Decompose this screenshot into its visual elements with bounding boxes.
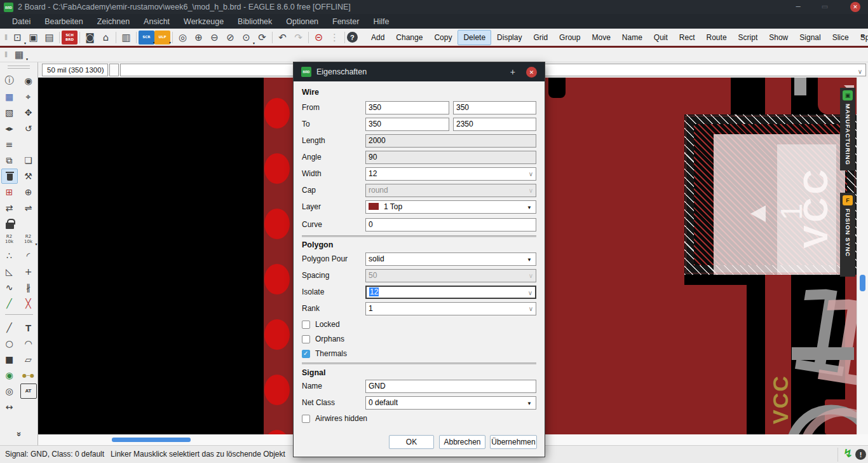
menu-zeichnen[interactable]: Zeichnen [90,15,137,28]
vertical-scrollbar-thumb[interactable] [860,275,865,291]
ulp-icon[interactable]: ULP▾ [154,31,170,45]
cmd-move[interactable]: Move [586,30,616,45]
from-y-field[interactable]: 350 [453,101,536,114]
menu-ansicht[interactable]: Ansicht [137,15,177,28]
zoom-page-icon[interactable]: ⊘ [222,31,238,45]
tab-manufacturing[interactable]: ▣ MANUFACTURING [840,88,855,170]
locked-checkbox[interactable] [302,321,310,329]
vertical-scrollbar[interactable] [857,78,868,434]
optimize-tool[interactable]: ∴ [1,248,18,263]
ok-button[interactable]: OK [389,435,434,449]
rank-combobox[interactable]: 1 ∨ [365,302,536,315]
zoom-in-icon[interactable]: ⊕ [191,31,207,45]
cancel-button[interactable]: Abbrechen [439,435,485,449]
maximize-button[interactable]: ▭ [818,0,831,13]
tab-fusion-sync[interactable]: F FUSION SYNC [840,193,855,277]
cmd-display[interactable]: Display [491,30,527,45]
miter-round-tool[interactable]: ◜ [20,248,37,263]
isolate-combobox[interactable]: 12 ∨ [365,286,536,299]
more-tools-button[interactable]: » [14,432,24,436]
script-scr-icon[interactable]: SCR▾ [139,31,154,45]
signal-name-field[interactable]: GND [365,380,536,393]
airwires-hidden-checkbox[interactable] [302,415,310,423]
cmd-grid[interactable]: Grid [527,30,553,45]
display-layers-tool[interactable]: ▦ [1,89,18,104]
apply-button[interactable]: Übernehmen [490,435,537,449]
toolbar-overflow-button[interactable]: » [860,31,865,40]
mark-origin-tool[interactable]: + [20,264,37,279]
sch-brd-toggle-icon[interactable]: SCH BRD [62,31,78,45]
cam-processor-icon[interactable]: ⌂ [98,31,114,45]
mark-tool[interactable]: ⌖ [20,89,37,104]
cmd-rect[interactable]: Rect [674,30,701,45]
toolbar-drag-handle[interactable]: ‖ [3,33,10,42]
split-tool[interactable]: ∦ [20,280,37,295]
undo-icon[interactable]: ↶ [275,31,290,45]
meander2-tool[interactable]: ↔ [1,399,18,415]
cmd-show[interactable]: Show [763,30,794,45]
wire-tool[interactable]: ╱ [1,320,18,335]
thermals-checkbox[interactable] [302,350,310,358]
zoom-select-icon[interactable]: ⊙▾ [238,31,254,45]
cmd-change[interactable]: Change [390,30,428,45]
redraw-icon[interactable]: ⟳ [254,31,270,45]
open-icon[interactable]: ⊡▾ [10,31,25,45]
from-x-field[interactable]: 350 [365,101,449,114]
stop-icon[interactable]: ⊝ [311,31,327,45]
help-icon[interactable]: ? [347,32,358,43]
palette-drag-handle[interactable] [8,66,30,69]
cmd-group[interactable]: Group [553,30,586,45]
net-class-combobox[interactable]: 0 default ▼ [365,396,536,410]
align-tool[interactable]: ≡ [1,137,18,152]
subtoolbar-drag-handle[interactable]: ‖ [3,50,10,59]
grid-settings-button[interactable]: ▦ ▾ [10,48,29,61]
library-icon[interactable]: ▥ [118,31,134,45]
image-export-icon[interactable]: ◙ [82,31,98,45]
meander-tool[interactable]: ∿ [1,280,18,295]
pinswap-tool[interactable]: ⇄ [1,200,18,216]
info-tool[interactable]: ⓘ [1,73,18,88]
dialog-titlebar[interactable]: BRD Eigenschaften + ✕ [294,62,545,81]
add-tool[interactable]: ⊞ [1,184,18,200]
width-combobox[interactable]: 12 ∨ [365,167,536,181]
close-button[interactable]: ✕ [850,2,860,12]
cmd-copy[interactable]: Copy [428,30,458,45]
print-icon[interactable]: ▤ [41,31,57,45]
miter-flat-tool[interactable]: ◺ [1,264,18,279]
dialog-pin-button[interactable]: + [510,62,515,81]
mirror-tool[interactable]: ◀▶ [1,121,18,136]
cmd-name[interactable]: Name [616,30,648,45]
drc-power-icon[interactable]: ↯ [843,446,853,460]
horizontal-scrollbar-thumb[interactable] [112,438,191,442]
to-x-field[interactable]: 350 [365,118,449,131]
group-tool[interactable]: ▧ [1,105,18,120]
paste-tool[interactable]: ❏ [20,153,37,168]
cmd-delete[interactable]: Delete [458,30,491,45]
show-tool[interactable]: ◉ [20,73,37,88]
move-tool[interactable]: ✥ [20,105,37,120]
arc-tool[interactable]: ◠ [20,336,37,351]
text-tool[interactable]: T [20,320,37,335]
coordinate-splitter[interactable] [109,64,119,76]
menu-hilfe[interactable]: Hilfe [366,15,396,28]
polygon-pour-combobox[interactable]: solid ▼ [365,252,536,266]
via-tool[interactable]: ◉ [1,368,18,383]
cmd-add[interactable]: Add [365,30,390,45]
run-progress-icon[interactable]: ⋮ [327,31,342,45]
to-y-field[interactable]: 2350 [453,118,536,131]
hole-tool[interactable]: ◎ [1,384,18,399]
cmd-script[interactable]: Script [733,30,764,45]
smash-tool[interactable]: R2 10k▾ [20,232,37,247]
curve-field[interactable]: 0 [365,218,536,232]
zoom-out-icon[interactable]: ⊖ [207,31,222,45]
cmd-route[interactable]: Route [701,30,733,45]
layer-combobox[interactable]: 1 Top ▼ [365,200,536,214]
minimize-button[interactable]: – [792,0,804,13]
cmd-slice[interactable]: Slice [827,30,855,45]
signal-tool[interactable]: ●─● [20,368,37,383]
delete-tool[interactable] [1,169,18,184]
cmd-signal[interactable]: Signal [794,30,826,45]
menu-werkzeuge[interactable]: Werkzeuge [177,15,231,28]
rotate-tool[interactable]: ↺ [20,121,37,136]
invoke-tool[interactable]: ⊕ [20,184,37,200]
